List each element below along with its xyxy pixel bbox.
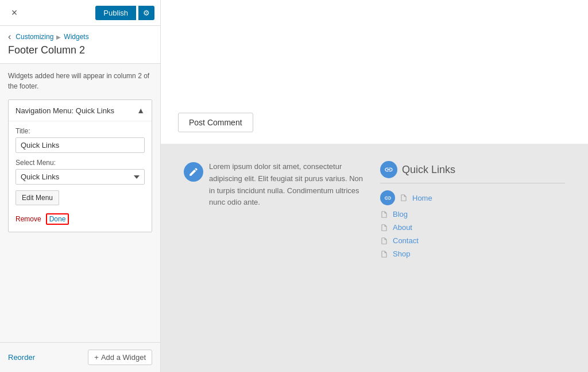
back-button[interactable]: ‹: [8, 32, 16, 42]
quick-links-title: Quick Links: [402, 164, 455, 176]
breadcrumb-arrow: ▶: [56, 34, 61, 40]
home-link[interactable]: Home: [412, 194, 432, 202]
doc-icon: [380, 210, 388, 218]
footer-left-icon: [184, 162, 203, 182]
remove-link[interactable]: Remove: [16, 215, 41, 223]
title-field-row: Title:: [16, 127, 145, 153]
footer-area: Lorem ipsum dolor sit amet, consectetur …: [161, 144, 588, 372]
add-widget-button[interactable]: + Add a Widget: [88, 350, 152, 365]
list-item: Shop: [380, 250, 565, 258]
publish-area: Publish ⚙: [95, 6, 154, 20]
breadcrumb-widgets[interactable]: Widgets: [64, 33, 88, 41]
footer-left-text: Lorem ipsum dolor sit amet, consectetur …: [209, 161, 369, 209]
content-area: Post Comment: [161, 0, 588, 144]
reorder-link[interactable]: Reorder: [8, 353, 35, 362]
shop-link[interactable]: Shop: [393, 250, 410, 258]
edit-menu-button[interactable]: Edit Menu: [16, 190, 59, 205]
list-item: Contact: [380, 236, 565, 245]
contact-link[interactable]: Contact: [393, 236, 419, 245]
doc-icon: [380, 250, 388, 258]
add-widget-plus-icon: +: [94, 353, 99, 362]
widget-card-toggle-icon: ▲: [137, 106, 145, 115]
done-link[interactable]: Done: [46, 213, 69, 225]
widget-card-title: Navigation Menu: Quick Links: [16, 106, 114, 115]
left-panel: × Publish ⚙ ‹ Customizing ▶ Widgets Foot…: [0, 0, 161, 372]
publish-button[interactable]: Publish: [95, 6, 136, 20]
widget-card-header[interactable]: Navigation Menu: Quick Links ▲: [9, 100, 152, 121]
select-menu-label: Select Menu:: [16, 159, 145, 167]
about-link[interactable]: About: [393, 223, 412, 232]
panel-title: Footer Column 2: [8, 44, 152, 56]
blog-link[interactable]: Blog: [393, 210, 408, 218]
panel-header: ‹ Customizing ▶ Widgets Footer Column 2: [0, 26, 160, 64]
title-input[interactable]: [16, 137, 145, 153]
close-button[interactable]: ×: [6, 4, 23, 21]
doc-icon: [400, 194, 408, 202]
doc-icon: [380, 224, 388, 232]
panel-description: Widgets added here will appear in column…: [8, 71, 152, 91]
top-bar: × Publish ⚙: [0, 0, 160, 26]
list-item: About: [380, 223, 565, 232]
quick-links-list: Home Blog About Contact Shop: [380, 190, 565, 263]
right-panel: Post Comment Lorem ipsum dolor sit amet,…: [161, 0, 588, 372]
panel-content: Widgets added here will appear in column…: [0, 64, 160, 342]
pencil-icon: [188, 167, 199, 177]
link-small-icon: [384, 194, 392, 202]
add-widget-label: Add a Widget: [101, 353, 146, 362]
title-label: Title:: [16, 127, 145, 135]
breadcrumb: ‹ Customizing ▶ Widgets: [8, 32, 152, 42]
gear-button[interactable]: ⚙: [138, 6, 154, 20]
link-icon: [384, 165, 393, 174]
list-item: Home: [380, 190, 565, 205]
quick-links-header: Quick Links: [380, 161, 565, 178]
panel-bottom: Reorder + Add a Widget: [0, 342, 160, 372]
doc-icon: [380, 237, 388, 245]
post-comment-button[interactable]: Post Comment: [178, 113, 253, 132]
quick-links-divider: [380, 183, 565, 183]
footer-right-column: Quick Links Home Blog: [380, 161, 565, 263]
widget-card-body: Title: Select Menu: Quick Links Main Men…: [9, 121, 152, 232]
widget-card: Navigation Menu: Quick Links ▲ Title: Se…: [8, 99, 152, 232]
footer-left-column: Lorem ipsum dolor sit amet, consectetur …: [184, 161, 369, 209]
widget-card-footer: Remove Done: [16, 211, 145, 225]
list-item: Blog: [380, 210, 565, 218]
home-link-icon: [380, 190, 395, 205]
select-menu-row: Select Menu: Quick Links Main Menu Foote…: [16, 159, 145, 185]
breadcrumb-customizing[interactable]: Customizing: [16, 33, 53, 41]
select-menu-dropdown[interactable]: Quick Links Main Menu Footer Menu: [16, 169, 145, 185]
quick-links-icon: [380, 161, 397, 178]
